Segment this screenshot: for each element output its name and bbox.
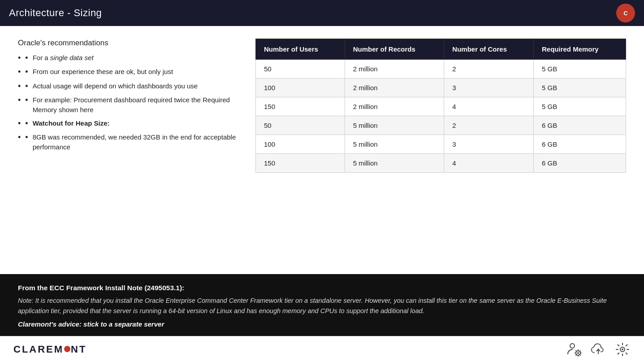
- table-cell: 2: [444, 116, 534, 135]
- logo-prefix: CLAREM: [13, 344, 64, 355]
- table-cell: 5 GB: [534, 79, 626, 97]
- svg-line-11: [580, 351, 580, 351]
- table-header: Number of Users Number of Records Number…: [256, 39, 626, 60]
- table-cell: 4: [444, 97, 534, 116]
- table-cell: 2 million: [345, 60, 444, 79]
- list-item: • For example: Procurement dashboard req…: [18, 95, 238, 115]
- claremont-logo: CLAREMNT: [13, 344, 86, 355]
- col-header-records: Number of Records: [345, 39, 444, 60]
- content-area: Oracle's recommendations • For a single …: [0, 26, 644, 274]
- svg-line-9: [576, 351, 576, 351]
- table-cell: 5 GB: [534, 60, 626, 79]
- table-cell: 6 GB: [534, 116, 626, 135]
- bottom-note: Note: It is recommended that you install…: [18, 296, 626, 316]
- bullet-marker: •: [25, 95, 28, 105]
- left-panel: Oracle's recommendations • For a single …: [18, 39, 238, 265]
- table-cell: 3: [444, 135, 534, 154]
- table-cell: 4: [444, 154, 534, 173]
- col-header-memory: Required Memory: [534, 39, 626, 60]
- table-row: 505 million26 GB: [256, 116, 626, 135]
- bullet-marker: •: [25, 132, 28, 143]
- sizing-table: Number of Users Number of Records Number…: [255, 39, 626, 173]
- table-cell: 100: [256, 79, 345, 97]
- bullet-marker: •: [25, 81, 28, 92]
- table-cell: 5 million: [345, 116, 444, 135]
- bottom-title: From the ECC Framework Install Note (249…: [18, 284, 626, 292]
- bullet-marker: •: [25, 67, 28, 77]
- svg-line-10: [580, 354, 580, 355]
- cloud-icon: [590, 341, 606, 358]
- page-title: Architecture - Sizing: [9, 7, 102, 19]
- table-cell: 5 GB: [534, 97, 626, 116]
- table-cell: 3: [444, 79, 534, 97]
- table-row: 502 million25 GB: [256, 60, 626, 79]
- table-cell: 50: [256, 60, 345, 79]
- list-item: • Watchout for Heap Size:: [18, 118, 238, 129]
- table-cell: 2 million: [345, 97, 444, 116]
- footer: CLAREMNT: [0, 336, 644, 362]
- table-cell: 150: [256, 154, 345, 173]
- italic-text: single data set: [50, 54, 94, 61]
- table-cell: 6 GB: [534, 154, 626, 173]
- logo-suffix: NT: [71, 344, 86, 355]
- svg-text:C: C: [623, 10, 627, 17]
- list-item: • 8GB was recommended, we needed 32GB in…: [18, 132, 238, 152]
- header-row: Number of Users Number of Records Number…: [256, 39, 626, 60]
- logo-dot: [64, 346, 70, 352]
- table-cell: 50: [256, 116, 345, 135]
- bullet-list: • For a single data set • From our exper…: [18, 53, 238, 152]
- svg-point-4: [577, 352, 579, 354]
- footer-icons: [566, 341, 631, 358]
- table-cell: 100: [256, 135, 345, 154]
- main-content: Oracle's recommendations • For a single …: [0, 26, 644, 336]
- oracle-logo: C: [616, 4, 635, 22]
- table-body: 502 million25 GB1002 million35 GB1502 mi…: [256, 60, 626, 173]
- settings-gear-icon: [614, 341, 631, 358]
- bottom-advice: Claremont's advice: stick to a separate …: [18, 320, 626, 328]
- list-item: • For a single data set: [18, 53, 238, 63]
- right-panel: Number of Users Number of Records Number…: [255, 39, 626, 265]
- table-cell: 5 million: [345, 154, 444, 173]
- bullet-marker: •: [25, 53, 28, 63]
- list-item-text: 8GB was recommended, we needed 32GB in t…: [33, 132, 238, 152]
- table-row: 1002 million35 GB: [256, 79, 626, 97]
- bullet-marker: •: [25, 118, 28, 129]
- table-row: 1502 million45 GB: [256, 97, 626, 116]
- list-item-text: From our experience these are ok, but on…: [33, 67, 173, 77]
- table-cell: 2 million: [345, 79, 444, 97]
- svg-point-2: [570, 344, 575, 348]
- list-item: • Actual usage will depend on which dash…: [18, 81, 238, 92]
- list-item: • From our experience these are ok, but …: [18, 67, 238, 77]
- bold-text: Watchout for Heap Size:: [33, 119, 110, 127]
- svg-point-15: [622, 349, 623, 350]
- table-row: 1005 million36 GB: [256, 135, 626, 154]
- table-cell: 2: [444, 60, 534, 79]
- table-cell: 150: [256, 97, 345, 116]
- col-header-users: Number of Users: [256, 39, 345, 60]
- svg-line-12: [576, 354, 576, 355]
- header: Architecture - Sizing C: [0, 0, 644, 26]
- oracle-logo-icon: C: [619, 7, 632, 19]
- table-row: 1505 million46 GB: [256, 154, 626, 173]
- list-item-text: For a single data set: [33, 53, 94, 63]
- person-gear-icon: [566, 341, 582, 358]
- list-item-text: Actual usage will depend on which dashbo…: [33, 81, 198, 91]
- table-cell: 6 GB: [534, 135, 626, 154]
- col-header-cores: Number of Cores: [444, 39, 534, 60]
- list-item-text: For example: Procurement dashboard requi…: [33, 95, 238, 115]
- table-cell: 5 million: [345, 135, 444, 154]
- recommendations-title: Oracle's recommendations: [18, 39, 238, 48]
- list-item-text: Watchout for Heap Size:: [33, 118, 110, 128]
- bottom-section: From the ECC Framework Install Note (249…: [0, 274, 644, 336]
